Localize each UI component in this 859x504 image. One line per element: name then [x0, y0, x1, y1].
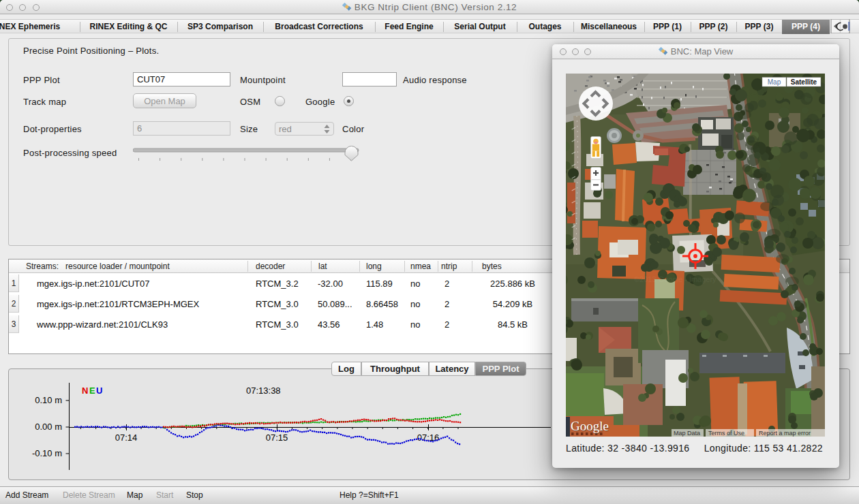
svg-text:0.10 m: 0.10 m	[35, 395, 62, 405]
svg-text:07:14: 07:14	[115, 432, 138, 443]
svg-text:07:13:38: 07:13:38	[246, 385, 281, 396]
svg-text:-0.10 m: -0.10 m	[32, 448, 62, 458]
svg-text:Map Data: Map Data	[674, 430, 700, 437]
svg-text:Satellite: Satellite	[791, 78, 817, 86]
svg-text:Map: Map	[768, 78, 781, 86]
svg-text:07:15: 07:15	[266, 432, 288, 443]
svg-text:©2013 Google - Imagery: ©2013 Google - Imagery	[634, 275, 717, 283]
svg-text:N: N	[82, 385, 88, 396]
svg-text:E: E	[89, 385, 95, 396]
svg-text:0.00 m: 0.00 m	[35, 422, 62, 432]
svg-text:U: U	[96, 385, 102, 396]
svg-text:Report a map error: Report a map error	[759, 430, 811, 437]
svg-text:Terms of Use: Terms of Use	[708, 430, 744, 437]
svg-text:Google: Google	[571, 419, 609, 433]
